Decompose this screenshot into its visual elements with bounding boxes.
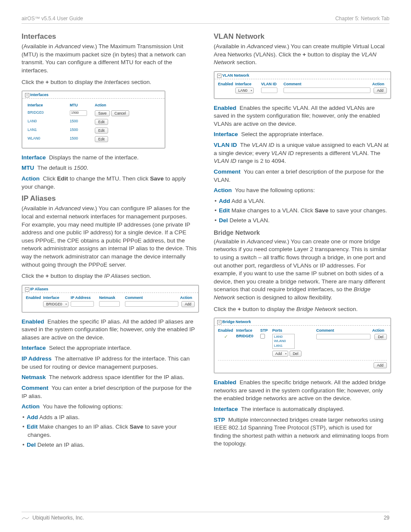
vlan-id-input[interactable] bbox=[261, 87, 277, 93]
def-action: Action Click Edit to change the MTU. The… bbox=[22, 175, 197, 191]
def-vlan-id: VLAN ID The VLAN ID is a unique value as… bbox=[214, 141, 389, 165]
page-number: 29 bbox=[384, 515, 389, 521]
ip-input[interactable] bbox=[71, 301, 94, 307]
def-ip-enabled: Enabled Enables the specific IP alias. A… bbox=[22, 318, 197, 342]
def-mtu: MTU The default is 1500. bbox=[22, 164, 197, 172]
interface-select[interactable]: LAN0 bbox=[235, 87, 254, 93]
header-right: Chapter 5: Network Tab bbox=[335, 16, 389, 22]
heading-ip-aliases: IP Aliases bbox=[22, 194, 197, 203]
list-item: Add Add a VLAN. bbox=[220, 197, 389, 205]
comment-input[interactable] bbox=[125, 301, 178, 307]
table-row: LAN0 1500 Edit bbox=[26, 118, 161, 126]
collapse-icon[interactable]: − bbox=[25, 93, 29, 97]
heading-interfaces: Interfaces bbox=[22, 32, 197, 41]
edit-button[interactable]: Edit bbox=[95, 136, 108, 142]
ip-aliases-para-2: Click the + button to display the IP Ali… bbox=[22, 272, 197, 280]
cancel-button[interactable]: Cancel bbox=[111, 110, 129, 116]
add-button[interactable]: Add bbox=[374, 362, 387, 368]
def-ip-interface: Interface Select the appropriate interfa… bbox=[22, 344, 197, 352]
bridge-screenshot: −Bridge Network Enabled Interface STP Po… bbox=[214, 317, 391, 373]
list-item: Edit Make changes to a VLAN. Click Save … bbox=[220, 207, 389, 215]
port-select[interactable]: Add bbox=[272, 351, 288, 357]
def-ip-address: IP Address The alternative IP address fo… bbox=[22, 355, 197, 371]
ports-listbox[interactable]: LAN0 WLAN0 LAN1 bbox=[272, 334, 295, 349]
vlan-para-1: (Available in Advanced view.) You can cr… bbox=[214, 43, 389, 67]
table-row: BRIDGE0 1500 Save Cancel bbox=[26, 109, 161, 118]
def-ip-comment: Comment You can enter a brief descriptio… bbox=[22, 384, 197, 400]
check-icon: ✓ bbox=[224, 334, 228, 339]
page-header: airOS™ v5.5.4 User Guide Chapter 5: Netw… bbox=[22, 16, 389, 24]
def-br-interface: Interface The interface is automatically… bbox=[214, 405, 389, 414]
edit-button[interactable]: Edit bbox=[95, 128, 108, 134]
footer-company: Ubiquiti Networks, Inc. bbox=[32, 515, 84, 521]
heading-bridge: Bridge Network bbox=[214, 229, 389, 236]
ip-aliases-para-1: (Available in Advanced view.) You can co… bbox=[22, 205, 197, 269]
header-left: airOS™ v5.5.4 User Guide bbox=[22, 16, 83, 22]
ip-aliases-screenshot: −IP Aliases Enabled Interface IP Address… bbox=[22, 285, 199, 313]
del-button[interactable]: Del bbox=[290, 351, 302, 357]
def-vlan-enabled: Enabled Enables the specific VLAN. All t… bbox=[214, 104, 389, 128]
interfaces-screenshot: −Interfaces Interface MTU Action BRIDGE0… bbox=[22, 90, 165, 149]
left-column: Interfaces (Available in Advanced view.)… bbox=[22, 29, 197, 452]
list-item: Del Delete an IP alias. bbox=[28, 441, 197, 449]
def-interface: Interface Displays the name of the inter… bbox=[22, 154, 197, 162]
comment-input[interactable] bbox=[283, 87, 371, 93]
add-button[interactable]: Add bbox=[181, 301, 195, 307]
list-item: Edit Make changes to an IP alias. Click … bbox=[28, 423, 197, 439]
def-vlan-action: Action You have the following options: bbox=[214, 187, 389, 195]
table-row: LAN1 1500 Edit bbox=[26, 126, 161, 135]
bridge-para-1: (Available in Advanced view.) You can cr… bbox=[214, 238, 389, 302]
collapse-icon[interactable]: − bbox=[217, 74, 221, 78]
def-ip-action: Action You have the following options: bbox=[22, 403, 197, 411]
bridge-para-2: Click the + button to display the Bridge… bbox=[214, 305, 389, 314]
interface-select[interactable]: BRIDGE0 bbox=[43, 301, 68, 307]
vlan-screenshot: −VLAN Network Enabled Interface VLAN ID … bbox=[214, 71, 391, 99]
edit-button[interactable]: Edit bbox=[95, 119, 108, 125]
list-item: Del Delete a VLAN. bbox=[220, 217, 389, 225]
interfaces-para-1: (Available in Advanced view.) The Maximu… bbox=[22, 43, 197, 75]
comment-input[interactable] bbox=[316, 334, 371, 339]
right-column: VLAN Network (Available in Advanced view… bbox=[214, 29, 389, 452]
stp-checkbox[interactable] bbox=[260, 334, 265, 339]
table-row: WLAN0 1500 Edit bbox=[26, 135, 161, 143]
logo-icon bbox=[22, 516, 29, 520]
collapse-icon[interactable]: − bbox=[217, 320, 221, 324]
page-footer: Ubiquiti Networks, Inc. 29 bbox=[22, 512, 389, 521]
def-vlan-comment: Comment You can enter a brief descriptio… bbox=[214, 168, 389, 184]
save-button[interactable]: Save bbox=[95, 110, 110, 116]
def-br-enabled: Enabled Enables the specific bridge netw… bbox=[214, 379, 389, 403]
list-item: Add Adds a IP alias. bbox=[28, 414, 197, 422]
def-br-stp: STP Multiple interconnected bridges crea… bbox=[214, 416, 389, 448]
heading-vlan: VLAN Network bbox=[214, 32, 389, 41]
add-button[interactable]: Add bbox=[374, 87, 387, 93]
del-button[interactable]: Del bbox=[374, 334, 387, 340]
def-ip-netmask: Netmask The network address space identi… bbox=[22, 373, 197, 382]
def-vlan-interface: Interface Select the appropriate interfa… bbox=[214, 131, 389, 139]
collapse-icon[interactable]: − bbox=[25, 287, 29, 292]
interfaces-para-2: Click the + button to display the Interf… bbox=[22, 78, 197, 87]
netmask-input[interactable] bbox=[99, 301, 120, 307]
